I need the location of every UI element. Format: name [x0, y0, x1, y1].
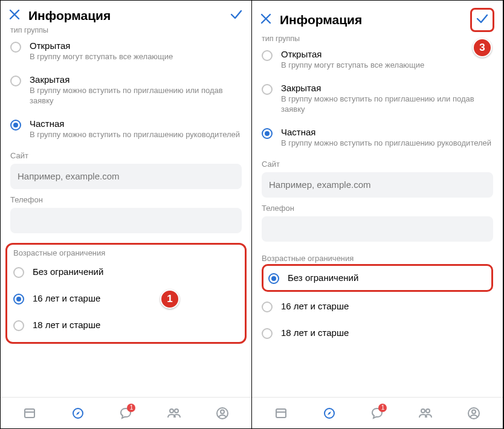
svg-point-10 — [421, 409, 425, 413]
confirm-icon[interactable] — [230, 8, 243, 24]
radio-desc: В группу можно вступить по приглашению и… — [281, 94, 493, 115]
phone-input[interactable] — [262, 216, 493, 242]
age-option-18[interactable]: 18 лет и старше — [262, 320, 493, 346]
header: Информация — [252, 1, 503, 38]
svg-point-11 — [426, 409, 430, 413]
phone-label: Телефон — [262, 204, 493, 213]
radio-desc: В группу можно вступить по приглашению р… — [30, 130, 240, 140]
radio-desc: В группу можно вступить по приглашению р… — [281, 138, 491, 149]
radio-title: Закрытая — [281, 83, 493, 93]
group-type-label: тип группы — [252, 34, 503, 43]
age-option-16[interactable]: 16 лет и старше — [262, 293, 493, 320]
radio-icon — [262, 328, 273, 339]
svg-rect-7 — [276, 409, 286, 418]
radio-icon — [10, 76, 21, 86]
nav-feed-icon[interactable] — [269, 401, 293, 425]
radio-icon — [10, 120, 21, 131]
radio-icon — [262, 128, 273, 139]
group-type-open[interactable]: Открытая В группу могут вступать все жел… — [252, 43, 503, 77]
bottom-nav: 1 — [252, 397, 503, 428]
radio-desc: В группу могут вступать все желающие — [281, 60, 424, 71]
phone-input[interactable] — [10, 208, 242, 233]
group-type-label: тип группы — [1, 26, 251, 34]
page-title: Информация — [280, 13, 362, 27]
svg-point-13 — [472, 410, 476, 413]
nav-discover-icon[interactable] — [66, 401, 90, 425]
group-type-private[interactable]: Частная В группу можно вступить по пригл… — [1, 112, 251, 146]
age-option-label: 16 лет и старше — [33, 293, 100, 303]
nav-friends-icon[interactable] — [413, 401, 438, 425]
age-restrictions-block: Возрастные ограничения Без ограничений 1… — [5, 243, 247, 344]
nav-discover-icon[interactable] — [317, 401, 341, 425]
nav-messages-icon[interactable]: 1 — [365, 401, 389, 425]
nav-feed-icon[interactable] — [18, 401, 42, 425]
svg-rect-0 — [25, 409, 34, 418]
age-option-label: 18 лет и старше — [281, 327, 349, 338]
phone-label: Телефон — [10, 195, 242, 204]
step-badge-3: 3 — [473, 38, 492, 57]
site-input[interactable] — [262, 172, 493, 198]
header: Информация — [1, 1, 251, 30]
nav-profile-icon[interactable] — [210, 401, 234, 425]
radio-icon — [13, 267, 24, 278]
age-option-label: 18 лет и старше — [33, 320, 100, 330]
group-type-closed[interactable]: Закрытая В группу можно вступить по приг… — [1, 68, 251, 112]
age-label: Возрастные ограничения — [262, 254, 493, 263]
nav-badge: 1 — [127, 404, 135, 412]
page-title: Информация — [28, 8, 111, 23]
step-badge-1: 1 — [160, 289, 179, 309]
age-option-18[interactable]: 18 лет и старше — [13, 312, 239, 338]
nav-badge: 1 — [378, 404, 387, 412]
group-type-private[interactable]: Частная В группу можно вступить по пригл… — [252, 121, 503, 155]
radio-icon — [10, 42, 21, 53]
radio-title: Открытая — [281, 49, 424, 59]
age-label: Возрастные ограничения — [13, 248, 239, 257]
age-option-label: 16 лет и старше — [281, 301, 349, 311]
nav-profile-icon[interactable] — [462, 401, 486, 425]
radio-title: Частная — [30, 118, 240, 129]
confirm-icon[interactable] — [470, 8, 494, 32]
site-label: Сайт — [262, 160, 493, 169]
close-icon[interactable] — [9, 9, 20, 22]
radio-title: Закрытая — [30, 74, 242, 85]
age-restrictions-block: Возрастные ограничения Без ограничений 1… — [252, 250, 503, 346]
svg-point-3 — [170, 409, 173, 413]
radio-icon — [13, 294, 24, 305]
nav-friends-icon[interactable] — [162, 401, 186, 425]
radio-icon — [262, 50, 273, 61]
age-option-16[interactable]: 16 лет и старше — [13, 285, 239, 312]
close-icon[interactable] — [260, 13, 271, 27]
radio-icon — [268, 273, 279, 284]
radio-icon — [262, 84, 273, 95]
bottom-nav: 1 — [1, 397, 251, 428]
radio-title: Частная — [281, 127, 491, 137]
radio-desc: В группу можно вступить по приглашению и… — [30, 86, 242, 106]
nav-messages-icon[interactable]: 1 — [114, 401, 138, 425]
svg-point-6 — [221, 410, 224, 413]
svg-point-4 — [175, 409, 178, 413]
radio-icon — [262, 302, 273, 312]
age-option-label: Без ограничений — [288, 273, 358, 283]
age-option-label: Без ограничений — [33, 266, 103, 277]
site-input[interactable] — [10, 164, 242, 189]
group-type-open[interactable]: Открытая В группу могут вступать все жел… — [1, 34, 251, 68]
age-option-none[interactable]: Без ограничений — [13, 259, 239, 285]
radio-icon — [13, 320, 24, 331]
site-label: Сайт — [10, 151, 242, 160]
group-type-closed[interactable]: Закрытая В группу можно вступить по приг… — [252, 77, 503, 121]
radio-desc: В группу могут вступать все желающие — [30, 52, 173, 62]
age-option-none[interactable]: Без ограничений — [262, 264, 493, 292]
radio-title: Открытая — [30, 40, 173, 51]
